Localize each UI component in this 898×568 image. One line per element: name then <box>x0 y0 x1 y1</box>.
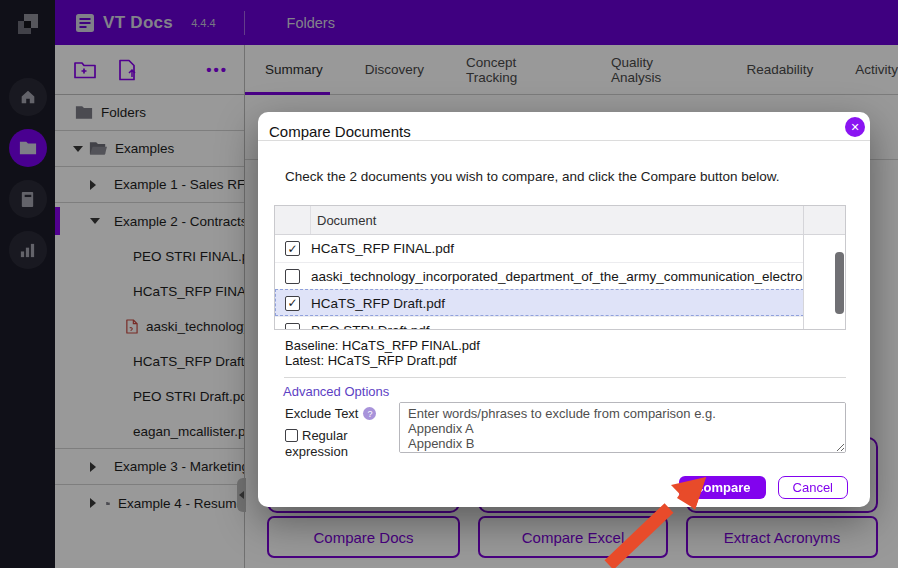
document-table: Document ✓ HCaTS_RFP FINAL.pdf aaski_tec… <box>274 205 846 330</box>
row-checkbox[interactable]: ✓ <box>285 241 300 256</box>
table-row[interactable]: aaski_technology_incorporated_department… <box>275 262 804 289</box>
checkbox-column-header <box>275 206 311 234</box>
row-checkbox[interactable]: ✓ <box>285 296 300 311</box>
close-icon[interactable]: ✕ <box>845 117 865 137</box>
modal-instruction: Check the 2 documents you wish to compar… <box>285 169 780 184</box>
exclude-text-input[interactable] <box>399 402 846 453</box>
help-icon[interactable]: ? <box>363 407 376 420</box>
table-row[interactable]: PEO STRI Draft.pdf <box>275 316 804 330</box>
exclude-text-label: Exclude Text <box>285 406 358 421</box>
compare-documents-modal: Compare Documents ✕ Check the 2 document… <box>258 112 870 507</box>
table-row[interactable]: ✓ HCaTS_RFP FINAL.pdf <box>275 235 804 262</box>
table-scrollbar-thumb[interactable] <box>835 252 844 314</box>
document-column-header: Document <box>311 213 376 228</box>
compare-button[interactable]: Compare <box>679 476 765 499</box>
options-divider <box>284 377 846 378</box>
document-name: aaski_technology_incorporated_department… <box>311 269 804 284</box>
baseline-label: Baseline: HCaTS_RFP FINAL.pdf <box>285 338 480 353</box>
advanced-options-link[interactable]: Advanced Options <box>283 384 389 399</box>
document-name: PEO STRI Draft.pdf <box>311 323 430 331</box>
row-checkbox[interactable] <box>285 323 300 331</box>
scrollbar-column-header <box>804 206 845 235</box>
cancel-button[interactable]: Cancel <box>778 476 848 499</box>
row-checkbox[interactable] <box>285 269 300 284</box>
latest-label: Latest: HCaTS_RFP Draft.pdf <box>285 353 480 368</box>
modal-header-divider <box>258 140 870 141</box>
app-window: VT Docs 4.4.4 Folders ••• Folders Exampl… <box>0 0 898 568</box>
document-name: HCaTS_RFP FINAL.pdf <box>311 241 454 256</box>
regular-expression-option[interactable]: Regular expression <box>285 428 377 460</box>
document-name: HCaTS_RFP Draft.pdf <box>311 296 445 311</box>
regular-expression-checkbox[interactable] <box>285 429 298 442</box>
modal-title: Compare Documents <box>269 123 411 140</box>
table-header-row: Document <box>275 206 845 235</box>
table-row-selected[interactable]: ✓ HCaTS_RFP Draft.pdf <box>275 289 804 316</box>
